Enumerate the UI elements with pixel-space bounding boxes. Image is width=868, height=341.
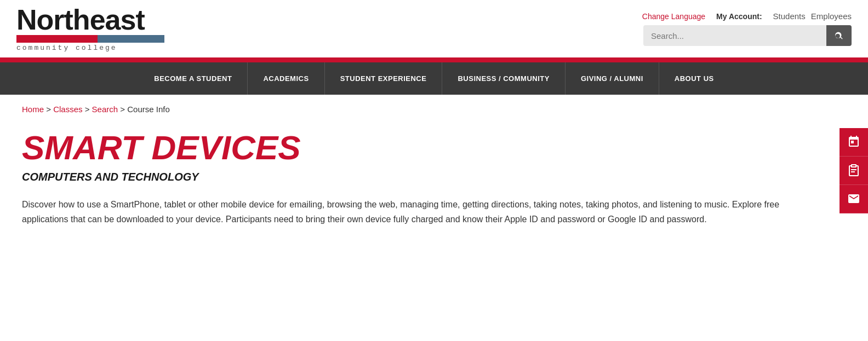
search-button[interactable] [826,25,852,46]
sidebar-calendar-button[interactable] [840,128,868,157]
nav-giving-alumni[interactable]: GIVING / ALUMNI [566,62,659,95]
search-container [643,25,852,46]
breadcrumb-sep-1: > [46,105,53,114]
search-icon [834,31,844,41]
my-account-label: My Account: [716,12,762,21]
clipboard-icon [847,164,860,177]
course-description: Discover how to use a SmartPhone, tablet… [22,197,789,227]
main-nav: BECOME A STUDENT ACADEMICS STUDENT EXPER… [0,62,868,95]
nav-become-a-student[interactable]: BECOME A STUDENT [139,62,248,95]
search-input[interactable] [643,26,826,46]
breadcrumb-course-info: Course Info [127,105,170,114]
sidebar-clipboard-button[interactable] [840,157,868,185]
nav-student-experience[interactable]: STUDENT EXPERIENCE [325,62,443,95]
logo-name: Northeast [16,5,164,34]
breadcrumb-home[interactable]: Home [22,105,44,114]
sidebar-icons [840,128,868,213]
change-language-link[interactable]: Change Language [642,12,705,21]
nav-about-us[interactable]: ABOUT US [659,62,729,95]
header-top-row: Change Language My Account: Students Emp… [642,11,852,21]
main-content: SMART DEVICES COMPUTERS AND TECHNOLOGY D… [0,124,811,249]
calendar-icon [847,135,860,148]
envelope-icon [847,192,860,205]
course-title: SMART DEVICES [22,129,789,166]
logo-subtitle: community college [16,44,164,52]
breadcrumb-search[interactable]: Search [92,105,118,114]
logo-bar [16,35,164,43]
breadcrumb-classes[interactable]: Classes [53,105,82,114]
breadcrumb: Home > Classes > Search > Course Info [0,95,868,124]
employees-link[interactable]: Employees [811,11,852,21]
header-right: Change Language My Account: Students Emp… [642,11,852,46]
sidebar-contact-button[interactable] [840,185,868,213]
nav-business-community[interactable]: BUSINESS / COMMUNITY [442,62,565,95]
account-links: Students Employees [773,11,852,21]
course-category: COMPUTERS AND TECHNOLOGY [22,171,789,183]
breadcrumb-sep-2: > [85,105,92,114]
search-row [643,25,852,46]
site-header: Northeast community college Change Langu… [0,0,868,60]
logo: Northeast community college [16,5,164,52]
nav-academics[interactable]: ACADEMICS [248,62,324,95]
breadcrumb-sep-3: > [120,105,127,114]
students-link[interactable]: Students [773,11,806,21]
